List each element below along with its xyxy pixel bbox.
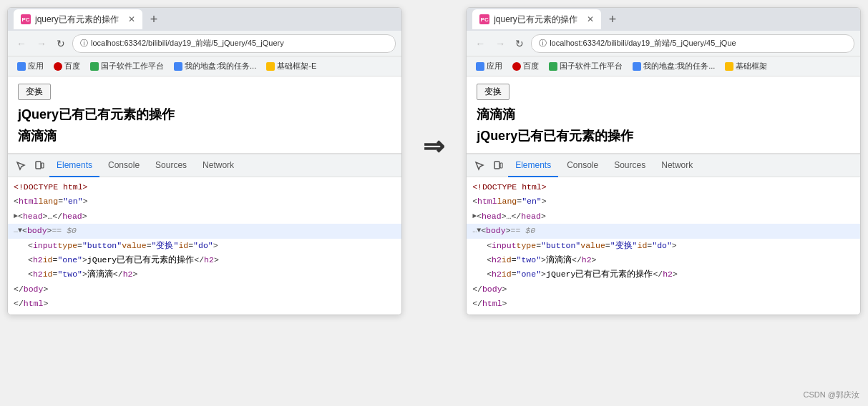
devtools-tab-network[interactable]: Network [195,154,241,177]
page-heading-main: jQuery已有已有元素的操作 [18,106,391,123]
bookmark-icon [725,62,733,71]
code-line: …▼<body> == $0 [8,224,401,238]
code-line: <h2 id="two">滴滴滴</h2> [467,253,860,267]
bookmark-icon [17,62,26,71]
bookmarks-bar: 应用 百度 国子软件工作平台 我的地盘:我的任务... 基础框架-E [8,56,401,76]
bookmark-icon [90,62,99,71]
secure-icon: ⓘ [539,38,547,49]
tab-close-icon[interactable]: ✕ [587,14,594,24]
bookmark-icon [54,62,62,71]
url-bar[interactable]: ⓘ localhost:63342/bilibili/day19_前端/5_jQ… [72,34,396,53]
code-line: <!DOCTYPE html> [8,180,401,194]
transition-arrow: ⇒ [416,132,452,162]
code-line: ► <head>…</head> [467,209,860,224]
url-bar[interactable]: ⓘ localhost:63342/bilibili/day19_前端/5_jQ… [531,34,854,53]
svg-rect-0 [36,162,41,169]
page-heading-main: jQuery已有已有元素的操作 [477,127,850,144]
svg-rect-3 [500,163,502,168]
code-line: <html lang="en"> [467,194,860,209]
devtools-tab-elements[interactable]: Elements [49,154,99,177]
arrow-icon: ⇒ [423,132,444,162]
code-line: <h2 id="one">jQuery已有已有元素的操作</h2> [467,267,860,282]
code-line: <h2 id="one">jQuery已有已有元素的操作</h2> [8,253,401,267]
url-text: localhost:63342/bilibili/day19_前端/5_jQue… [91,38,284,49]
bookmark-icon [549,62,557,71]
devtools-tab-network[interactable]: Network [654,154,700,177]
bookmark-item[interactable]: 百度 [509,59,542,73]
devtools-icon-device[interactable] [31,157,48,174]
page-content: 变换 jQuery已有已有元素的操作 滴滴滴 [8,76,401,153]
code-line: <!DOCTYPE html> [467,180,860,194]
address-bar: ← → ↻ ⓘ localhost:63342/bilibili/day19_前… [8,31,401,56]
code-line: </body> [467,282,860,297]
new-tab-button[interactable]: + [145,11,162,28]
devtools-icon-device[interactable] [489,157,507,174]
convert-button[interactable]: 变换 [18,84,51,100]
devtools-tab-sources[interactable]: Sources [607,154,653,177]
forward-button[interactable]: → [492,36,508,51]
page-heading-sub: 滴滴滴 [18,127,391,144]
code-line: </html> [467,297,860,311]
page-content: 变换 滴滴滴 jQuery已有已有元素的操作 [467,76,860,153]
code-line: …▼<body> == $0 [467,224,860,238]
browser-panel-before: PC jquery已有元素的操作 ✕ + ← → ↻ ⓘ localhost:6… [7,7,402,315]
devtools-panel: ElementsConsoleSourcesNetwork<!DOCTYPE h… [8,153,401,315]
bookmark-icon [633,62,641,71]
devtools-tab-console[interactable]: Console [560,154,605,177]
browser-panel-after: PC jquery已有元素的操作 ✕ + ← → ↻ ⓘ localhost:6… [466,7,861,315]
devtools-icon-select[interactable] [12,157,29,174]
devtools-panel: ElementsConsoleSourcesNetwork<!DOCTYPE h… [467,153,860,315]
code-area: <!DOCTYPE html><html lang="en">► <head>…… [8,177,401,315]
reload-button[interactable]: ↻ [54,36,68,51]
bookmark-item[interactable]: 基础框架 [721,59,771,73]
bookmark-item[interactable]: 我的地盘:我的任务... [170,59,260,73]
tab-favicon: PC [479,14,489,24]
bookmark-item[interactable]: 应用 [472,59,506,73]
bookmark-item[interactable]: 我的地盘:我的任务... [629,59,718,73]
bookmark-item[interactable]: 应用 [14,59,47,73]
page-heading-sub: 滴滴滴 [477,106,850,123]
svg-rect-1 [42,163,44,168]
forward-button[interactable]: → [34,36,49,51]
tab-favicon: PC [21,14,31,24]
tab-bar: PC jquery已有元素的操作 ✕ + [8,8,401,31]
code-line: </html> [8,297,401,311]
code-line: <html lang="en"> [8,194,401,209]
bookmarks-bar: 应用 百度 国子软件工作平台 我的地盘:我的任务... 基础框架 [467,56,860,76]
convert-button[interactable]: 变换 [477,84,509,100]
tab-close-icon[interactable]: ✕ [128,14,135,24]
devtools-tab-elements[interactable]: Elements [508,154,558,177]
active-tab[interactable]: PC jquery已有元素的操作 ✕ [472,9,601,29]
bookmark-item[interactable]: 国子软件工作平台 [545,59,626,73]
code-line: ► <head>…</head> [8,209,401,224]
address-bar: ← → ↻ ⓘ localhost:63342/bilibili/day19_前… [467,31,860,56]
attribution-text: CSDN @郭庆汝 [804,390,859,400]
code-area: <!DOCTYPE html><html lang="en">► <head>…… [467,177,860,315]
back-button[interactable]: ← [472,36,488,51]
active-tab[interactable]: PC jquery已有元素的操作 ✕ [14,9,142,29]
new-tab-button[interactable]: + [604,11,621,28]
svg-rect-2 [494,162,499,169]
tab-title: jquery已有元素的操作 [35,14,119,26]
secure-icon: ⓘ [80,38,88,49]
bookmark-item[interactable]: 国子软件工作平台 [87,59,167,73]
back-button[interactable]: ← [14,36,29,51]
code-line: <input type="button" value="变换" id="do"> [467,239,860,253]
tab-bar: PC jquery已有元素的操作 ✕ + [467,8,860,31]
devtools-tab-sources[interactable]: Sources [148,154,194,177]
tab-title: jquery已有元素的操作 [494,14,577,26]
bookmark-icon [476,62,484,71]
reload-button[interactable]: ↻ [512,36,527,51]
bookmark-icon [174,62,182,71]
devtools-tab-console[interactable]: Console [101,154,147,177]
code-line: <h2 id="two">滴滴滴</h2> [8,267,401,282]
code-line: <input type="button" value="变换" id="do"> [8,239,401,253]
bookmark-icon [512,62,521,71]
devtools-tab-bar: ElementsConsoleSourcesNetwork [467,154,860,177]
devtools-tab-bar: ElementsConsoleSourcesNetwork [8,154,401,177]
devtools-icon-select[interactable] [471,157,488,174]
code-line: </body> [8,282,401,297]
bookmark-icon [266,62,275,71]
bookmark-item[interactable]: 基础框架-E [263,59,320,73]
bookmark-item[interactable]: 百度 [50,59,84,73]
